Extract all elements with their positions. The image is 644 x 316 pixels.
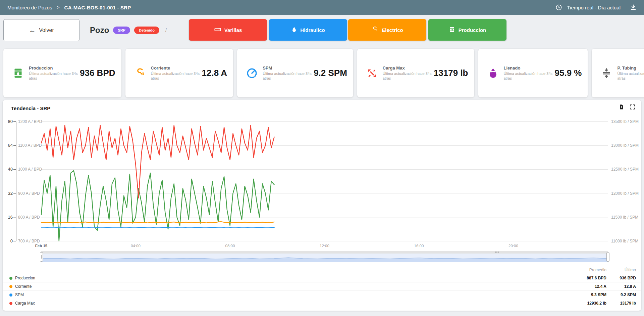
hidraulico-button-label: Hidraulico xyxy=(300,27,325,33)
card-updated-text: Última actualización hace 34s atrás xyxy=(263,71,314,81)
gauge-icon xyxy=(246,67,258,79)
svg-text:64: 64 xyxy=(8,143,13,148)
back-button-label: Volver xyxy=(39,27,54,33)
trend-chart-svg[interactable]: 801200 A / BPD13500 lb / SPM641100 A / B… xyxy=(3,114,641,255)
page-title: Pozo xyxy=(90,26,109,35)
legend-row-corriente[interactable]: Corriente 12.4 A 12.8 A xyxy=(3,282,641,290)
clock-icon xyxy=(555,4,562,11)
legend-row-spm[interactable]: SPM 9.3 SPM 9.2 SPM xyxy=(3,290,641,299)
legend-last-value: 936 BPD xyxy=(606,276,641,280)
barrel-icon xyxy=(12,67,24,79)
breadcrumb-separator: > xyxy=(57,5,59,10)
navigator-right-handle[interactable] xyxy=(606,252,609,262)
card-value: 12.8 A xyxy=(202,68,227,78)
separator-slash: / xyxy=(165,28,167,33)
legend-row-produccion[interactable]: Produccion 887.6 BPD 936 BPD xyxy=(3,274,641,282)
legend-avg-value: 12936.2 lb xyxy=(566,301,606,306)
back-button[interactable]: ← Volver xyxy=(3,19,79,41)
chart-navigator[interactable] xyxy=(41,251,608,263)
card-value: 9.2 SPM xyxy=(314,68,347,78)
card-value: 95.9 % xyxy=(555,68,582,78)
card-updated-text: Última actualización hace 34s atrás xyxy=(504,71,555,81)
drop-icon xyxy=(291,27,297,34)
compress-icon xyxy=(600,67,612,79)
legend-last-value: 12.8 A xyxy=(606,284,641,289)
svg-text:12500 lb / SPM: 12500 lb / SPM xyxy=(611,167,639,172)
navigator-area[interactable] xyxy=(41,254,608,262)
legend-label: Corriente xyxy=(15,284,32,289)
trend-chart-card: Tendencia - SRP 801200 A / BPD13500 lb /… xyxy=(3,100,641,311)
legend-label: Produccion xyxy=(15,276,35,280)
back-arrow-icon: ← xyxy=(29,27,36,34)
svg-text:1200 A / BPD: 1200 A / BPD xyxy=(18,119,42,124)
navigator-left-handle[interactable] xyxy=(40,252,43,262)
card-value: 936 BPD xyxy=(80,68,115,78)
card-label: Carga Max xyxy=(383,65,434,71)
drop-icon xyxy=(487,67,499,79)
legend-col-last: Último xyxy=(606,268,641,272)
series-dot xyxy=(9,294,12,297)
kpi-card-p-tubing: P. Tubing Última actualización hace 34s … xyxy=(592,49,644,97)
plug-icon xyxy=(371,26,379,34)
chart-legend: Promedio Último Produccion 887.6 BPD 936… xyxy=(3,266,641,307)
kpi-card-spm: SPM Última actualización hace 34s atrás … xyxy=(237,49,353,97)
legend-label: Carga Max xyxy=(15,301,35,306)
legend-label: SPM xyxy=(15,292,24,297)
card-label: Corriente xyxy=(151,65,202,71)
electrico-button[interactable]: Electrico xyxy=(348,19,426,41)
hidraulico-button[interactable]: Hidraulico xyxy=(269,19,347,41)
breadcrumb-root[interactable]: Monitoreo de Pozos xyxy=(7,5,52,10)
svg-text:20:00: 20:00 xyxy=(508,244,518,248)
legend-last-value: 9.2 SPM xyxy=(606,292,641,297)
svg-text:11000 lb / SPM: 11000 lb / SPM xyxy=(611,239,638,243)
svg-text:32: 32 xyxy=(8,191,13,196)
barrel-icon xyxy=(449,26,455,34)
series-dot xyxy=(9,277,12,280)
export-file-icon[interactable] xyxy=(619,104,624,110)
card-label: SPM xyxy=(263,65,314,71)
card-label: Llenado xyxy=(504,65,555,71)
legend-col-avg: Promedio xyxy=(566,268,606,272)
series-dot xyxy=(9,302,12,305)
svg-text:16: 16 xyxy=(8,215,13,220)
navigator-wave-svg xyxy=(41,254,608,262)
produccion-button-label: Produccion xyxy=(459,27,486,33)
svg-text:1100 A / BPD: 1100 A / BPD xyxy=(18,143,42,148)
produccion-button[interactable]: Produccion xyxy=(428,19,506,41)
chart-title: Tendencia - SRP xyxy=(11,105,50,111)
kpi-cards-row: Produccion Última actualización hace 34s… xyxy=(3,49,639,97)
kpi-card-carga-max: Carga Max Última actualización hace 34s … xyxy=(357,49,474,97)
svg-text:700 A / BPD: 700 A / BPD xyxy=(18,239,40,243)
time-mode-label[interactable]: Tiempo real - Día actual xyxy=(567,5,621,10)
svg-text:04:00: 04:00 xyxy=(131,244,141,248)
legend-row-carga-max[interactable]: Carga Max 12936.2 lb 13179 lb xyxy=(3,299,641,307)
legend-last-value: 13179 lb xyxy=(606,301,641,306)
plug-icon xyxy=(134,67,146,79)
download-icon[interactable] xyxy=(630,4,637,11)
card-updated-text: Última actualización hace 34s atrás xyxy=(151,71,202,81)
well-header: Pozo SRP Detenido / xyxy=(90,19,167,41)
svg-text:12:00: 12:00 xyxy=(320,244,329,248)
kpi-card-produccion: Produccion Última actualización hace 34s… xyxy=(3,49,121,97)
kpi-card-corriente: Corriente Última actualización hace 34s … xyxy=(125,49,233,97)
top-bar: Monitoreo de Pozos > CA-MAC-BOS-01-001 -… xyxy=(0,0,644,15)
navigator-scrollbar-thumb[interactable] xyxy=(495,252,500,253)
legend-header: Promedio Último xyxy=(3,266,641,274)
breadcrumb-current: CA-MAC-BOS-01-001 - SRP xyxy=(64,5,131,10)
ruler-icon xyxy=(214,26,221,34)
svg-text:13000 lb / SPM: 13000 lb / SPM xyxy=(611,143,639,148)
svg-text:11500 lb / SPM: 11500 lb / SPM xyxy=(611,215,638,220)
svg-text:Feb 15: Feb 15 xyxy=(35,244,48,248)
svg-text:0: 0 xyxy=(10,238,13,243)
svg-text:80: 80 xyxy=(8,119,13,124)
varillas-button[interactable]: Varillas xyxy=(189,19,267,41)
navigator-scrollbar[interactable] xyxy=(41,251,608,254)
varillas-button-label: Varillas xyxy=(224,27,242,33)
fullscreen-icon[interactable] xyxy=(630,104,635,110)
svg-text:16:00: 16:00 xyxy=(414,244,424,248)
legend-avg-value: 887.6 BPD xyxy=(566,276,606,280)
well-type-badge: SRP xyxy=(113,27,130,34)
electrico-button-label: Electrico xyxy=(382,27,403,33)
svg-text:800 A / BPD: 800 A / BPD xyxy=(18,215,40,220)
card-updated-text: Última actualización hace 34s atrás xyxy=(29,71,80,81)
